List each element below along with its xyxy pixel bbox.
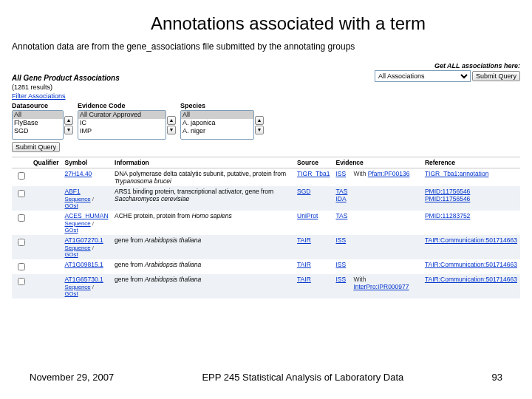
evidence-select[interactable]: All Curator Approved IC IMP (78, 110, 166, 140)
source-link[interactable]: TAIR (297, 236, 311, 244)
symbol-cell: AT1G07270.1Sequence / GOst (61, 235, 112, 259)
submit-query-top-button[interactable]: Submit Query (472, 71, 520, 81)
species-label: Species (180, 102, 264, 109)
reference-link[interactable]: TAIR:Communication:501714663 (425, 236, 517, 244)
datasource-up-icon[interactable]: ▲ (64, 116, 73, 125)
symbol-cell: 27H14.40 (61, 168, 112, 187)
evidence-cell: ISS (332, 235, 350, 259)
footer-date: November 29, 2007 (30, 372, 114, 383)
evidence-up-icon[interactable]: ▲ (167, 116, 176, 125)
source-cell: TIGR_Tba1 (294, 168, 332, 187)
datasource-down-icon[interactable]: ▼ (64, 126, 73, 134)
source-link[interactable]: UniProt (297, 212, 318, 219)
symbol-sublink[interactable]: GOst (64, 202, 78, 209)
table-row: 27H14.40DNA polymerase delta catalytic s… (12, 168, 520, 187)
evidence-with-cell (350, 235, 422, 259)
section-heading: All Gene Product Associations (12, 74, 120, 82)
source-link[interactable]: TAIR (297, 276, 311, 283)
symbol-sublink[interactable]: Sequence (64, 196, 90, 202)
results-count: (1281 results) (12, 83, 520, 91)
evidence-link[interactable]: ISS (335, 236, 346, 244)
row-checkbox[interactable] (18, 263, 25, 270)
reference-link[interactable]: TAIR:Communication:501714663 (425, 276, 517, 283)
reference-cell: TIGR_Tba1:annotation (422, 168, 520, 187)
submit-query-filters-button[interactable]: Submit Query (12, 142, 60, 152)
source-cell: UniProt (294, 211, 332, 235)
evidence-with-link[interactable]: InterPro:IPR000977 (353, 283, 409, 290)
get-all-label: Get ALL associations here: (375, 62, 520, 69)
species-up-icon[interactable]: ▲ (255, 116, 264, 125)
source-cell: TAIR (294, 274, 332, 299)
species-select[interactable]: All A. japonica A. niger (180, 110, 254, 140)
col-reference: Reference (422, 157, 520, 168)
symbol-link[interactable]: ABF1 (64, 188, 80, 195)
symbol-cell: ABF1Sequence / GOst (61, 186, 112, 211)
information-cell: ARS1 binding protein, transcriptional ac… (112, 186, 294, 211)
reference-link[interactable]: TIGR_Tba1:annotation (425, 170, 488, 177)
symbol-sublink[interactable]: GOst (64, 251, 78, 258)
reference-cell: TAIR:Communication:501714663 (422, 274, 520, 299)
row-checkbox[interactable] (18, 214, 25, 222)
symbol-cell: ACES_HUMANSequence / GOst (61, 211, 112, 235)
symbol-sublink[interactable]: Sequence (64, 284, 90, 290)
col-qualifier: Qualifier (30, 157, 61, 168)
evidence-cell: ISS (332, 274, 350, 299)
information-cell: gene from Arabidopsis thaliana (112, 274, 294, 299)
source-link[interactable]: TIGR_Tba1 (297, 170, 330, 177)
symbol-link[interactable]: AT1G07270.1 (64, 236, 103, 244)
reference-link[interactable]: PMID:11756546 (425, 188, 470, 195)
species-down-icon[interactable]: ▼ (255, 126, 264, 134)
evidence-cell: ISS (332, 168, 350, 187)
information-cell: gene from Arabidopsis thaliana (112, 259, 294, 274)
evidence-link[interactable]: ISS (335, 261, 346, 268)
evidence-with-cell (350, 211, 422, 235)
slide-title: Annotations associated with a term (0, 13, 532, 34)
table-row: AT1G07270.1Sequence / GOstgene from Arab… (12, 235, 520, 259)
evidence-link[interactable]: TAS (335, 212, 347, 219)
evidence-with-link[interactable]: Pfam:PF00136 (368, 170, 410, 177)
symbol-sublink[interactable]: Sequence (64, 220, 90, 227)
source-cell: SGD (294, 186, 332, 211)
qualifier-cell (30, 186, 61, 211)
reference-link[interactable]: PMID:11283752 (425, 212, 470, 219)
symbol-sublink[interactable]: Sequence (64, 245, 90, 251)
footer-page: 93 (492, 372, 502, 383)
information-cell: gene from Arabidopsis thaliana (112, 235, 294, 259)
symbol-link[interactable]: ACES_HUMAN (64, 212, 108, 219)
slide-subtitle: Annotation data are from the gene_associ… (12, 41, 532, 52)
evidence-cell: ISS (332, 259, 350, 274)
screenshot-region: All Gene Product Associations Get ALL as… (12, 62, 520, 299)
row-checkbox[interactable] (18, 172, 25, 180)
reference-cell: TAIR:Communication:501714663 (422, 235, 520, 259)
table-row: ABF1Sequence / GOstARS1 binding protein,… (12, 186, 520, 211)
footer-course: EPP 245 Statistical Analysis of Laborato… (114, 372, 491, 383)
evidence-link[interactable]: ISS (335, 276, 346, 283)
evidence-link[interactable]: TAS (335, 188, 347, 195)
filter-associations-link[interactable]: Filter Associations (12, 92, 66, 100)
source-link[interactable]: TAIR (297, 261, 311, 268)
evidence-down-icon[interactable]: ▼ (167, 126, 176, 134)
associations-select[interactable]: All Associations (375, 70, 471, 82)
associations-table: Qualifier Symbol Information Source Evid… (12, 157, 520, 299)
row-checkbox[interactable] (18, 239, 25, 246)
symbol-sublink[interactable]: GOst (64, 227, 78, 233)
symbol-cell: AT1G65730.1Sequence / GOst (61, 274, 112, 299)
qualifier-cell (30, 259, 61, 274)
evidence-link[interactable]: ISS (335, 170, 346, 177)
reference-cell: TAIR:Communication:501714663 (422, 259, 520, 274)
symbol-link[interactable]: 27H14.40 (64, 170, 92, 177)
col-evidence: Evidence (332, 157, 421, 168)
reference-link[interactable]: PMID:11756546 (425, 195, 470, 202)
source-link[interactable]: SGD (297, 188, 310, 195)
evidence-with-cell: With Pfam:PF00136 (350, 168, 422, 187)
evidence-link[interactable]: IDA (335, 195, 346, 202)
datasource-select[interactable]: All FlyBase SGD (12, 110, 64, 140)
reference-link[interactable]: TAIR:Communication:501714663 (425, 261, 517, 268)
symbol-link[interactable]: AT1G65730.1 (64, 276, 103, 283)
information-cell: DNA polymerase delta catalytic subunit, … (112, 168, 294, 187)
row-checkbox[interactable] (18, 278, 25, 285)
qualifier-cell (30, 211, 61, 235)
row-checkbox[interactable] (18, 190, 25, 197)
symbol-link[interactable]: AT1G09815.1 (64, 261, 103, 268)
symbol-sublink[interactable]: GOst (64, 290, 78, 297)
